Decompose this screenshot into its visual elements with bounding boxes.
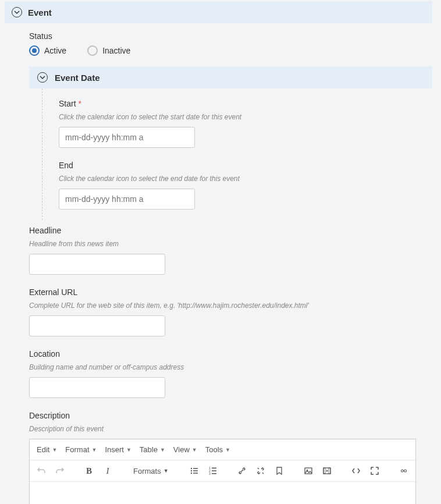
svg-text:3: 3 bbox=[209, 472, 211, 475]
svg-rect-3 bbox=[193, 470, 198, 471]
editor-menubar: Edit▼ Format▼ Insert▼ Table▼ View▼ Tools… bbox=[30, 439, 415, 460]
bullet-list-icon bbox=[190, 466, 199, 475]
bold-button[interactable]: B bbox=[81, 463, 97, 479]
location-label: Location bbox=[29, 349, 416, 359]
event-panel-title: Event bbox=[28, 8, 52, 17]
collapse-event-button[interactable] bbox=[12, 7, 22, 17]
svg-rect-12 bbox=[305, 468, 312, 474]
menu-table[interactable]: Table▼ bbox=[136, 443, 169, 456]
location-input[interactable] bbox=[29, 377, 165, 398]
start-help: Click the calendar icon to select the st… bbox=[59, 113, 432, 121]
end-help: Click the calendar icon to select the en… bbox=[59, 175, 432, 183]
unlink-button[interactable] bbox=[252, 463, 269, 479]
bullet-list-button[interactable] bbox=[186, 463, 202, 479]
svg-rect-5 bbox=[193, 473, 198, 474]
chevron-down-icon bbox=[14, 9, 20, 15]
external-url-label: External URL bbox=[29, 288, 416, 297]
end-date-input[interactable] bbox=[59, 189, 195, 210]
anchor-button[interactable] bbox=[271, 463, 287, 479]
number-list-icon: 123 bbox=[208, 466, 218, 475]
menu-insert[interactable]: Insert▼ bbox=[101, 443, 134, 456]
bookmark-icon bbox=[275, 466, 284, 475]
menu-format[interactable]: Format▼ bbox=[62, 443, 100, 456]
headline-label: Headline bbox=[29, 226, 416, 235]
redo-icon bbox=[55, 466, 65, 475]
menu-view[interactable]: View▼ bbox=[170, 443, 201, 456]
status-label: Status bbox=[29, 31, 432, 41]
fullscreen-icon bbox=[370, 466, 379, 475]
external-url-help: Complete URL for the web site of this it… bbox=[29, 301, 416, 310]
status-inactive-label: Inactive bbox=[102, 46, 130, 55]
menu-edit[interactable]: Edit▼ bbox=[33, 443, 61, 456]
description-help: Description of this event bbox=[29, 425, 416, 433]
event-panel-header: Event bbox=[5, 1, 432, 23]
menu-tools[interactable]: Tools▼ bbox=[202, 443, 234, 456]
external-url-input[interactable] bbox=[29, 315, 165, 336]
italic-button[interactable]: I bbox=[99, 463, 116, 479]
unlink-icon bbox=[256, 466, 265, 475]
svg-point-4 bbox=[190, 473, 191, 474]
image-button[interactable] bbox=[300, 463, 316, 479]
end-label: End bbox=[59, 161, 432, 170]
start-date-input[interactable] bbox=[59, 127, 195, 148]
media-icon bbox=[322, 466, 332, 475]
location-help: Building name and number or off-campus a… bbox=[29, 363, 416, 371]
svg-rect-1 bbox=[193, 468, 198, 469]
undo-icon bbox=[37, 466, 46, 475]
formats-dropdown[interactable]: Formats▼ bbox=[129, 464, 173, 478]
editor-content-area[interactable] bbox=[30, 482, 415, 504]
headline-input[interactable] bbox=[29, 254, 165, 275]
event-date-title: Event Date bbox=[55, 73, 100, 83]
svg-rect-7 bbox=[212, 468, 216, 469]
infinity-icon bbox=[399, 466, 408, 475]
svg-rect-9 bbox=[212, 470, 216, 471]
undo-button[interactable] bbox=[33, 463, 49, 479]
chevron-down-icon bbox=[40, 74, 45, 80]
redo-button[interactable] bbox=[52, 463, 68, 479]
status-active-label: Active bbox=[44, 46, 66, 55]
number-list-button[interactable]: 123 bbox=[205, 463, 221, 479]
description-label: Description bbox=[29, 411, 416, 420]
image-icon bbox=[304, 466, 313, 475]
svg-point-0 bbox=[190, 468, 191, 469]
svg-rect-11 bbox=[212, 473, 216, 474]
headline-help: Headline from this news item bbox=[29, 240, 416, 248]
radio-off-icon bbox=[87, 45, 98, 56]
special-link-button[interactable] bbox=[396, 463, 412, 479]
status-radio-group: Active Inactive bbox=[29, 45, 432, 56]
code-icon bbox=[351, 466, 361, 475]
svg-point-2 bbox=[190, 470, 191, 471]
media-button[interactable] bbox=[319, 463, 335, 479]
status-active-radio[interactable]: Active bbox=[29, 45, 66, 56]
collapse-event-date-button[interactable] bbox=[37, 72, 48, 83]
fullscreen-button[interactable] bbox=[367, 463, 383, 479]
link-button[interactable] bbox=[234, 463, 250, 479]
link-icon bbox=[237, 466, 247, 475]
radio-on-icon bbox=[29, 45, 40, 56]
source-code-button[interactable] bbox=[348, 463, 364, 479]
rich-text-editor: Edit▼ Format▼ Insert▼ Table▼ View▼ Tools… bbox=[29, 439, 416, 504]
status-inactive-radio[interactable]: Inactive bbox=[87, 45, 130, 56]
editor-toolbar: B I Formats▼ 123 bbox=[30, 460, 415, 482]
event-date-panel-header: Event Date bbox=[29, 66, 432, 88]
start-label: Start * bbox=[59, 99, 432, 108]
